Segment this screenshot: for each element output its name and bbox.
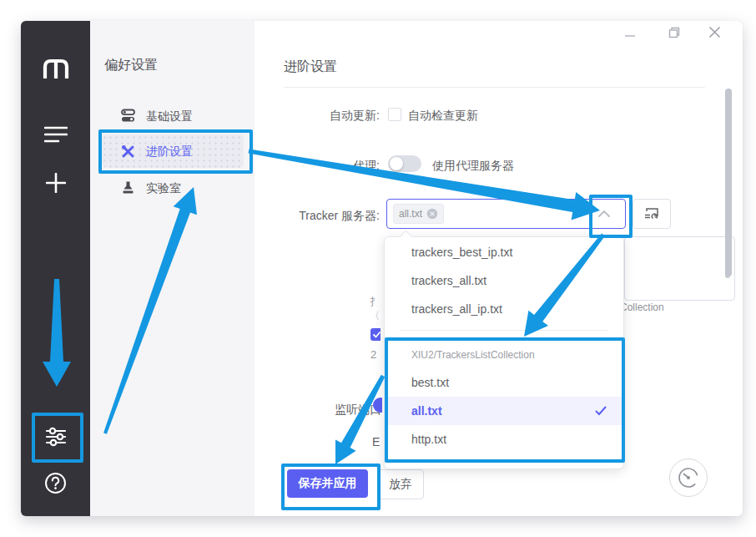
proxy-toggle[interactable] bbox=[388, 155, 421, 172]
tracker-select-input[interactable]: all.txt bbox=[386, 199, 626, 229]
task-list-icon[interactable] bbox=[44, 126, 68, 143]
preferences-title: 偏好设置 bbox=[104, 56, 158, 74]
tools-icon bbox=[121, 144, 135, 159]
page-title: 进阶设置 bbox=[284, 58, 337, 76]
motrix-logo bbox=[41, 58, 71, 81]
discard-button[interactable]: 放弃 bbox=[377, 469, 424, 499]
letter-fragment: E bbox=[372, 435, 383, 449]
toggle-on-fragment bbox=[373, 398, 382, 413]
preferences-sidebar: 偏好设置 基础设置 bbox=[90, 21, 255, 516]
tracker-tag-label: all.txt bbox=[399, 208, 422, 220]
toggle-knob bbox=[390, 157, 403, 170]
dropdown-option[interactable]: trackers_best_ip.txt bbox=[411, 244, 512, 261]
proxy-toggle-label: 使用代理服务器 bbox=[432, 157, 514, 174]
number-fragment: 2 bbox=[370, 348, 381, 361]
dropdown-option[interactable]: trackers_all_ip.txt bbox=[411, 301, 502, 317]
auto-update-label: 自动更新: bbox=[263, 107, 380, 124]
sidebar-item-basic[interactable]: 基础设置 bbox=[102, 104, 244, 128]
toggles-icon bbox=[121, 109, 135, 123]
speed-limit-button[interactable] bbox=[669, 458, 708, 497]
sidebar-item-lab[interactable]: 实验室 bbox=[102, 176, 244, 200]
tracker-dropdown: trackers_best_ip.txt trackers_all.txt tr… bbox=[384, 236, 624, 469]
app-sidebar bbox=[21, 21, 90, 516]
lab-icon bbox=[122, 180, 134, 195]
proxy-label: 代理: bbox=[263, 157, 380, 174]
screenshot-root: 偏好设置 基础设置 bbox=[0, 0, 756, 537]
sync-tracker-button[interactable] bbox=[633, 199, 671, 229]
app-window: 偏好设置 基础设置 bbox=[21, 21, 743, 516]
check-icon bbox=[594, 405, 607, 416]
collection-text-fragment: Collection bbox=[620, 301, 678, 313]
dropdown-divider bbox=[400, 330, 608, 331]
tracker-tag: all.txt bbox=[393, 204, 444, 224]
sidebar-item-advanced[interactable]: 进阶设置 bbox=[102, 134, 244, 168]
listen-port-label: 监听端口 bbox=[255, 401, 381, 418]
main-scrollbar[interactable] bbox=[725, 89, 732, 276]
dropdown-option-label: all.txt bbox=[411, 403, 442, 419]
minimize-icon[interactable] bbox=[623, 29, 638, 41]
gauge-icon bbox=[678, 467, 699, 489]
dropdown-group-label: XIU2/TrackersListCollection bbox=[411, 349, 535, 361]
save-apply-button[interactable]: 保存并应用 bbox=[287, 469, 368, 498]
sidebar-item-label: 进阶设置 bbox=[146, 143, 193, 160]
preferences-icon[interactable] bbox=[43, 424, 68, 449]
help-text-fragment: 〈 bbox=[370, 309, 383, 321]
help-icon[interactable] bbox=[44, 472, 67, 494]
sidebar-item-label: 实验室 bbox=[146, 180, 181, 196]
auto-update-checkbox-label: 自动检查更新 bbox=[408, 107, 478, 124]
dropdown-option[interactable]: trackers_all.txt bbox=[411, 272, 486, 289]
title-divider bbox=[284, 87, 705, 88]
sidebar-item-label: 基础设置 bbox=[146, 108, 193, 124]
tracker-label: Tracker 服务器: bbox=[246, 207, 380, 224]
chevron-up-icon[interactable] bbox=[597, 210, 611, 218]
dropdown-option-selected[interactable]: all.txt bbox=[386, 397, 622, 425]
dropdown-option[interactable]: best.txt bbox=[411, 374, 449, 391]
dropdown-option[interactable]: http.txt bbox=[411, 431, 446, 448]
tag-close-icon[interactable] bbox=[426, 208, 438, 220]
restore-icon[interactable] bbox=[668, 26, 681, 39]
tracker-source-textarea[interactable] bbox=[624, 236, 735, 301]
sync-tracker-icon bbox=[643, 207, 660, 220]
add-task-icon[interactable] bbox=[46, 173, 66, 193]
checked-checkbox-fragment bbox=[370, 328, 381, 341]
close-icon[interactable] bbox=[708, 25, 722, 39]
auto-update-checkbox[interactable] bbox=[388, 108, 401, 121]
dropdown-caret bbox=[400, 231, 413, 244]
help-text-fragment: 扌 bbox=[370, 295, 383, 306]
